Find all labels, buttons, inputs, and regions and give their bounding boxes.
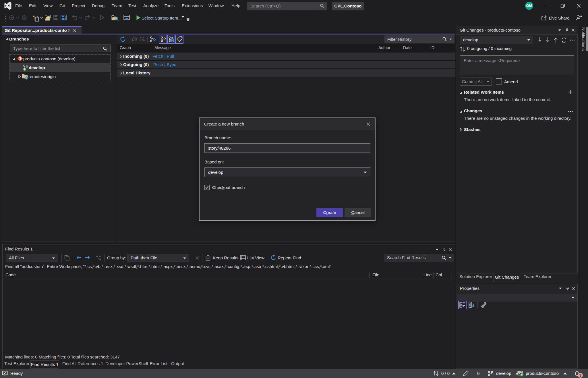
- svg-text:A: A: [469, 302, 471, 305]
- svg-text:Z: Z: [469, 305, 471, 308]
